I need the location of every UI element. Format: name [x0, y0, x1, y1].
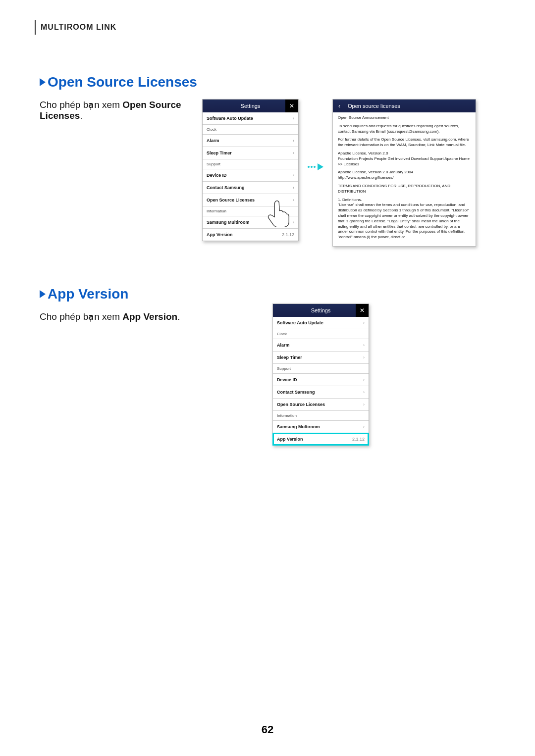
list-category: Information [273, 411, 369, 421]
flow-arrow-icon [308, 163, 323, 170]
settings-panel-screenshot-2: Settings ✕ Software Auto Update› Clock A… [272, 303, 369, 446]
list-item-app-version-highlighted[interactable]: App Version2.1.12 [273, 433, 369, 445]
list-category: Clock [273, 329, 369, 339]
list-item[interactable]: Software Auto Update› [203, 112, 298, 125]
panel-title: Settings [311, 307, 331, 313]
chevron-right-icon: › [363, 390, 365, 395]
list-item-app-version[interactable]: App Version2.1.12 [203, 229, 298, 241]
version-value: 2.1.12 [282, 232, 294, 237]
settings-panel-screenshot-1: Settings ✕ Software Auto Update› Clock A… [202, 99, 299, 241]
section-title: App Version [40, 286, 495, 302]
list-item[interactable]: Sleep Timer› [273, 352, 369, 364]
breadcrumb: MULTIROOM LINK [35, 20, 495, 35]
panel-header: Settings ✕ [273, 304, 369, 317]
version-value: 2.1.12 [352, 437, 365, 442]
list-item[interactable]: Sleep Timer› [203, 147, 298, 159]
section-open-source-licenses: Open Source Licenses Cho phép bạn xem Op… [40, 74, 495, 247]
chevron-right-icon: › [293, 220, 294, 225]
section-desc: Cho phép bạn xem Open Source Licenses. [40, 99, 193, 121]
chevron-right-icon: › [363, 355, 365, 360]
list-item[interactable]: Contact Samsung› [203, 182, 298, 194]
section-title: Open Source Licenses [40, 74, 495, 90]
close-icon[interactable]: ✕ [285, 100, 298, 112]
list-category: Support [203, 159, 298, 169]
panel-header: Settings ✕ [203, 100, 298, 112]
panel-header: ‹ Open source licenses [333, 100, 476, 112]
chevron-right-icon: › [293, 185, 294, 190]
chevron-right-icon: › [363, 402, 365, 407]
open-source-detail-screenshot: ‹ Open source licenses Open Source Annou… [332, 99, 476, 247]
chevron-right-icon: › [293, 116, 294, 121]
chevron-right-icon: › [363, 320, 365, 325]
close-icon[interactable]: ✕ [356, 304, 369, 317]
triangle-icon [40, 290, 46, 298]
list-item[interactable]: Device ID› [273, 374, 369, 386]
chevron-right-icon: › [293, 198, 294, 202]
section-app-version: App Version Cho phép bạn xem App Version… [40, 286, 495, 446]
chevron-right-icon: › [293, 138, 294, 143]
list-item[interactable]: Alarm› [203, 135, 298, 147]
panel-title: Open source licenses [348, 103, 400, 109]
page-number: 62 [0, 723, 535, 736]
list-item[interactable]: Alarm› [273, 339, 369, 352]
panel-title: Settings [241, 103, 261, 109]
list-item[interactable]: Samsung Multiroom› [203, 216, 298, 229]
chevron-right-icon: › [363, 424, 365, 429]
list-item[interactable]: Contact Samsung› [273, 386, 369, 399]
chevron-right-icon: › [293, 151, 294, 155]
list-category: Support [273, 364, 369, 374]
triangle-icon [40, 78, 46, 86]
list-category: Clock [203, 125, 298, 135]
list-item[interactable]: Open Source Licenses› [273, 399, 369, 411]
list-category: Information [203, 206, 298, 216]
list-item[interactable]: Software Auto Update› [273, 317, 369, 329]
chevron-right-icon: › [293, 173, 294, 178]
oss-body-text: Open Source Announcement To send inquiri… [333, 112, 476, 246]
list-item[interactable]: Samsung Multiroom› [273, 421, 369, 433]
chevron-right-icon: › [363, 343, 365, 348]
back-icon[interactable]: ‹ [333, 100, 346, 112]
chevron-right-icon: › [363, 377, 365, 382]
header-title: MULTIROOM LINK [41, 23, 116, 32]
list-item[interactable]: Device ID› [203, 169, 298, 182]
list-item-open-source-licenses[interactable]: Open Source Licenses› [203, 194, 298, 206]
